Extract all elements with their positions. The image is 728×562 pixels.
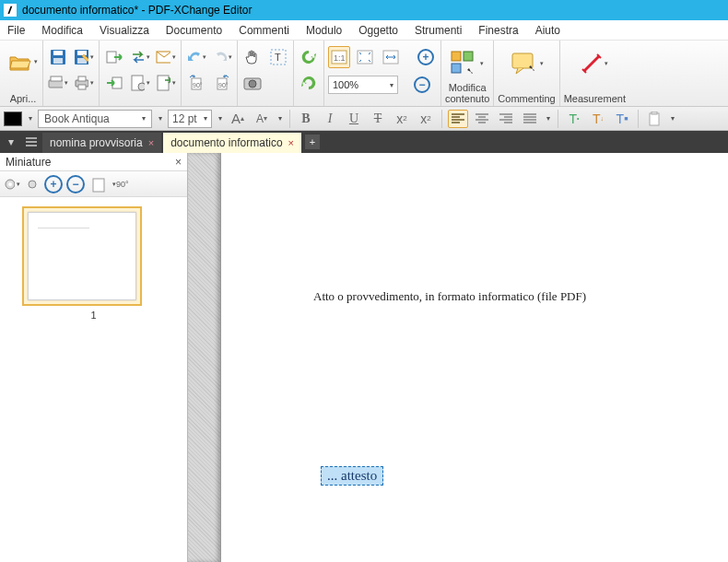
plus-circle-icon: + [417,49,434,65]
svg-rect-10 [78,85,86,89]
superscript-button[interactable]: x2 [416,110,436,128]
fit-width-icon [382,50,399,64]
fill-color-dropdown[interactable]: ▾ [26,111,34,126]
align-dropdown[interactable]: ▾ [544,111,552,126]
hand-tool-button[interactable] [241,46,264,68]
redo-button[interactable] [211,46,233,68]
subscript-button[interactable]: x2 [392,110,412,128]
tabs-list-button[interactable] [22,134,41,150]
menu-file[interactable]: File [7,24,25,37]
zoom-width-button[interactable] [380,46,402,68]
text-tool-2[interactable]: T↓ [588,110,608,128]
email-button[interactable] [155,46,177,68]
thumbnails-options2-button[interactable] [24,176,41,193]
open-button[interactable] [7,46,39,77]
print-button[interactable] [73,72,95,94]
menu-object[interactable]: Oggetto [358,24,398,37]
group-open: Apri... [4,41,43,106]
zoom-out-button[interactable]: − [411,74,433,96]
align-left-button[interactable] [448,110,468,128]
thumbnails-header: Miniature × [0,153,187,171]
scan-button[interactable] [47,72,69,94]
menu-document[interactable]: Documento [166,24,222,37]
grow-font-button[interactable]: A▴ [228,110,248,128]
document-page[interactable]: Atto o provvedimento, in formato informa… [221,153,728,562]
zoom-in-button[interactable]: + [415,46,437,68]
svg-rect-30 [464,52,473,61]
refresh-alt-button[interactable] [298,72,320,94]
align-right-button[interactable] [496,110,516,128]
document-tabs: ▾ nomina provvisoria × documento informa… [0,131,728,153]
zoom-actual-button[interactable]: 1:1 [328,46,350,68]
doc-share-button[interactable] [155,72,177,94]
convert-button[interactable] [129,46,151,68]
font-select[interactable]: Book Antiqua [38,110,152,128]
rotate-ccw-icon: 90° [188,75,205,91]
attesto-text-box[interactable]: ... attesto [321,466,383,486]
font-size-select[interactable]: 12 pt [168,110,212,128]
menu-tools[interactable]: Strumenti [415,24,462,37]
save-as-button[interactable] [73,46,95,68]
tabs-menu-button[interactable]: ▾ [2,134,20,150]
font-dropdown[interactable]: ▾ [156,111,164,126]
measurement-button[interactable] [574,46,615,81]
bold-button[interactable]: B [296,110,316,128]
window-title: documento informatico* - PDF-XChange Edi… [22,4,252,17]
undo-button[interactable] [185,46,207,68]
edit-content-icon [451,51,478,76]
group-modify: Modifica contenuto [441,41,494,106]
floppy-pencil-icon [74,49,88,65]
tab-close-button[interactable]: × [148,138,154,148]
menu-edit[interactable]: Modifica [41,24,83,37]
clipboard-button[interactable] [644,110,664,128]
tab-nomina-provvisoria[interactable]: nomina provvisoria × [42,133,161,153]
clipboard-dropdown[interactable]: ▾ [668,111,676,126]
thumbnails-zoom-out-button[interactable]: − [66,175,85,193]
underline-button[interactable]: U [344,110,364,128]
save-button[interactable] [47,46,69,68]
add-tab-button[interactable]: + [305,135,320,149]
export-button[interactable] [103,46,125,68]
menu-window[interactable]: Finestra [478,24,518,37]
menu-help[interactable]: Aiuto [535,24,560,37]
align-left-icon [452,113,464,124]
text-tool-1[interactable]: T• [564,110,584,128]
svg-rect-1 [53,51,63,55]
group-measurement: Measurement [560,41,629,106]
redo-icon [212,50,227,64]
menu-view[interactable]: Visualizza [100,24,149,37]
refresh-alt-icon [299,74,318,92]
refresh-button[interactable] [298,46,320,68]
size-dropdown[interactable]: ▾ [216,111,224,126]
menu-module[interactable]: Modulo [306,24,342,37]
align-justify-button[interactable] [520,110,540,128]
align-center-button[interactable] [472,110,492,128]
thumbnails-zoom-in-button[interactable]: + [44,175,63,193]
doc-options-button[interactable] [129,72,151,94]
zoom-fit-button[interactable] [354,46,376,68]
modify-content-button[interactable] [447,46,487,81]
svg-point-37 [29,181,36,188]
font-extra-dropdown[interactable]: ▾ [276,111,284,126]
rotate-cw-button[interactable]: 90° [211,72,233,94]
snapshot-button[interactable] [241,72,264,94]
page-gear-icon [130,75,145,91]
zoom-select[interactable]: 100% [328,76,398,94]
fill-color-swatch[interactable] [4,111,22,126]
shrink-font-button[interactable]: A▾ [252,110,272,128]
thumbnails-close-button[interactable]: × [175,156,182,169]
italic-button[interactable]: I [320,110,340,128]
import-button[interactable] [103,72,125,94]
thumbnails-options-button[interactable] [4,176,20,193]
tab-close-button[interactable]: × [288,138,294,148]
menu-comments[interactable]: Commenti [239,24,289,37]
rotate-ccw-button[interactable]: 90° [185,72,207,94]
app-icon: I [4,4,17,17]
select-text-button[interactable]: T [267,46,289,68]
text-tool-3[interactable]: T■ [612,110,632,128]
tab-documento-informatico[interactable]: documento informatico × [163,133,301,153]
thumbnails-rotate-button[interactable] [88,174,118,194]
strike-button[interactable]: T [368,110,388,128]
thumbnail-page-1[interactable] [22,206,142,306]
commenting-button[interactable] [507,46,547,81]
